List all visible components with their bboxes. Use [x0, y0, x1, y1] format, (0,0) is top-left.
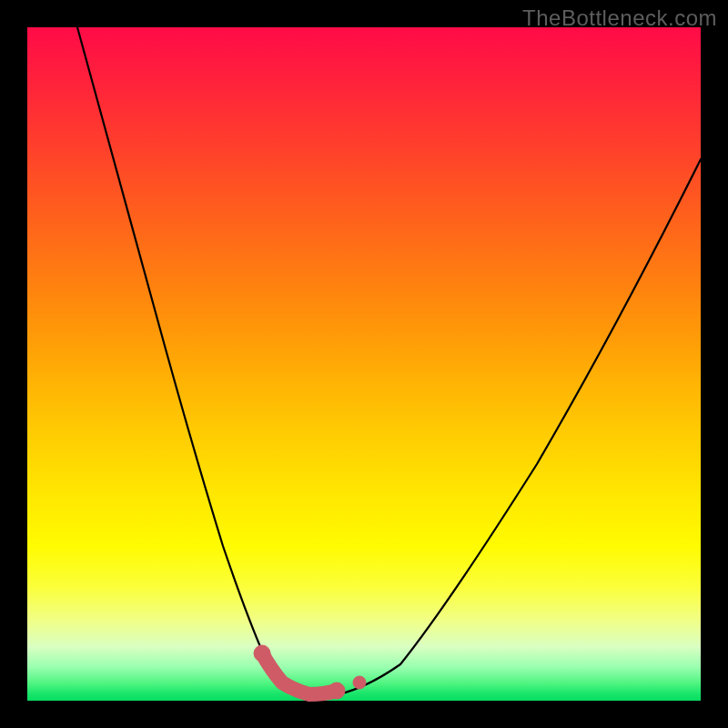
- curve-layer: [27, 27, 701, 701]
- bottleneck-curve: [77, 27, 701, 697]
- plot-area: [27, 27, 701, 701]
- watermark-label: TheBottleneck.com: [522, 5, 717, 31]
- chart-frame: TheBottleneck.com: [0, 0, 728, 728]
- highlighted-range-endpoint-left: [254, 645, 270, 662]
- highlighted-range-endpoint-right: [329, 682, 345, 699]
- highlighted-range-segment: [262, 653, 337, 694]
- highlighted-lone-point: [353, 676, 366, 689]
